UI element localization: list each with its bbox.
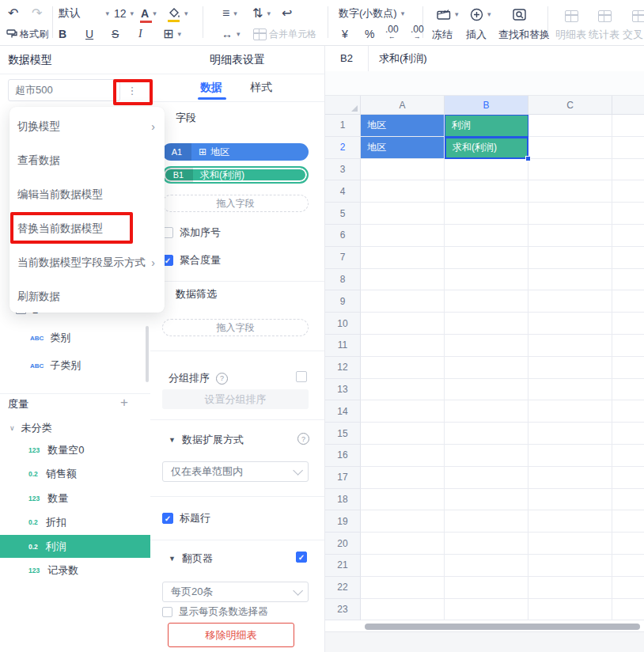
grid-cell[interactable] — [612, 400, 644, 423]
grid-cell[interactable] — [612, 335, 644, 357]
row-header-11[interactable]: 11 — [325, 335, 361, 357]
grid-cell[interactable] — [612, 445, 644, 467]
stats-table-label[interactable]: 统计表 — [589, 26, 619, 44]
grid-cell[interactable] — [361, 555, 445, 577]
grid-cell[interactable] — [445, 445, 528, 467]
page-size-select[interactable]: 每页20条 — [162, 582, 309, 602]
strikethrough-button[interactable]: S — [112, 25, 119, 43]
grid-cell[interactable] — [361, 290, 445, 313]
field-pill-region[interactable]: A1 ⊞地区 — [162, 143, 309, 161]
wrap-text-button[interactable]: ↩ — [282, 5, 292, 22]
grid-cell[interactable] — [528, 137, 612, 159]
grid-cell[interactable] — [612, 180, 644, 203]
grid-cell[interactable] — [361, 445, 445, 467]
bold-button[interactable]: B — [59, 25, 66, 43]
grid-cell[interactable] — [361, 599, 445, 621]
grid-cell[interactable] — [361, 357, 445, 379]
menu-item[interactable]: 当前数据模型字段显示方式› — [9, 245, 165, 279]
column-header-A[interactable]: A — [361, 96, 445, 115]
italic-button[interactable]: I — [138, 25, 142, 43]
grid-cell[interactable] — [612, 313, 644, 335]
grid-cell[interactable] — [445, 203, 528, 225]
grid-cell[interactable] — [445, 159, 528, 181]
row-header-19[interactable]: 19 — [325, 510, 361, 533]
grid-cell[interactable] — [528, 269, 612, 291]
grid-cell[interactable] — [361, 400, 445, 423]
merge-cells-button[interactable]: 合并单元格 — [253, 25, 316, 43]
find-replace-label[interactable]: 查找和替换 — [498, 26, 550, 44]
measure-item[interactable]: 0.2销售额 — [0, 463, 150, 486]
fill-color-button[interactable]: ▾ — [169, 5, 188, 22]
grid-cell[interactable] — [361, 247, 445, 269]
grid-cell[interactable] — [528, 423, 612, 445]
field-pill-profit[interactable]: B1 求和(利润) — [162, 166, 309, 184]
grid-cell[interactable] — [361, 510, 445, 533]
grid-cell[interactable] — [445, 533, 528, 555]
row-header-6[interactable]: 6 — [325, 225, 361, 247]
font-color-button[interactable]: A▾ — [141, 5, 157, 22]
grid-cell[interactable] — [445, 599, 528, 621]
freeze-label[interactable]: 冻结 — [432, 26, 453, 44]
horizontal-scrollbar[interactable] — [365, 624, 640, 630]
tab-style[interactable]: 样式 — [250, 81, 272, 95]
grid-cell[interactable] — [528, 357, 612, 379]
expand-section-header[interactable]: ▼ 数据扩展方式 — [169, 433, 244, 447]
grid-cell[interactable] — [361, 313, 445, 335]
cell-A1[interactable]: 地区 — [361, 115, 445, 137]
grid-cell[interactable] — [612, 269, 644, 291]
page-size-selector-checkbox[interactable] — [162, 607, 172, 617]
grid-cell[interactable] — [612, 577, 644, 599]
grid-cell[interactable] — [612, 159, 644, 181]
undo-button[interactable]: ↶ — [8, 5, 18, 22]
decrease-decimal-button[interactable]: .00← — [385, 24, 399, 41]
grid-cell[interactable] — [612, 423, 644, 445]
row-header-2[interactable]: 2 — [325, 137, 361, 159]
font-size-select[interactable]: 12▾ — [114, 5, 134, 22]
dimension-scrollbar[interactable] — [146, 326, 149, 382]
cross-table-label[interactable]: 交叉 — [623, 26, 643, 44]
select-all-corner[interactable] — [325, 96, 361, 115]
grid-cell[interactable] — [528, 510, 612, 533]
grid-cell[interactable] — [612, 599, 644, 621]
row-header-16[interactable]: 16 — [325, 445, 361, 467]
help-icon[interactable]: ? — [297, 433, 309, 445]
grid-cell[interactable] — [528, 225, 612, 247]
text-orientation-button[interactable]: ↔▾ — [222, 25, 241, 43]
cross-table-button[interactable] — [632, 7, 644, 25]
menu-item[interactable]: 刷新数据 — [9, 279, 165, 313]
redo-button[interactable]: ↷ — [32, 5, 42, 22]
cell-B1[interactable]: 利润 — [445, 115, 528, 137]
grid-cell[interactable] — [361, 269, 445, 291]
column-header-B[interactable]: B — [445, 96, 528, 115]
grid-cell[interactable] — [445, 510, 528, 533]
measure-item[interactable]: 0.2折扣 — [0, 511, 150, 534]
grid-cell[interactable] — [361, 577, 445, 599]
grid-cell[interactable] — [612, 533, 644, 555]
grid-cell[interactable] — [528, 247, 612, 269]
menu-item[interactable]: 切换模型› — [9, 109, 165, 143]
cell-B2[interactable]: 求和(利润) — [445, 137, 528, 159]
grid-cell[interactable] — [445, 423, 528, 445]
column-header-partial[interactable] — [612, 96, 644, 115]
grid-cell[interactable] — [612, 115, 644, 137]
grid-cell[interactable] — [528, 115, 612, 137]
grid-cell[interactable] — [361, 203, 445, 225]
grid-cell[interactable] — [528, 445, 612, 467]
grid-cell[interactable] — [445, 379, 528, 401]
measure-item-selected[interactable]: 0.2利润 — [0, 535, 150, 558]
grid-cell[interactable] — [361, 159, 445, 181]
grid-cell[interactable] — [361, 379, 445, 401]
row-header-23[interactable]: 23 — [325, 599, 361, 621]
row-header-20[interactable]: 20 — [325, 533, 361, 555]
grid-cell[interactable] — [612, 510, 644, 533]
grid-cell[interactable] — [445, 555, 528, 577]
group-sort-checkbox[interactable] — [296, 371, 307, 382]
grid-cell[interactable] — [528, 400, 612, 423]
drop-field-zone-1[interactable]: 拖入字段 — [162, 195, 309, 212]
grid-cell[interactable] — [612, 225, 644, 247]
grid-cell[interactable] — [612, 555, 644, 577]
measure-item[interactable]: 123记录数 — [0, 559, 150, 582]
grid-cell[interactable] — [612, 379, 644, 401]
borders-button[interactable]: ⊞▾ — [163, 25, 181, 43]
dimension-item[interactable]: ABC类别 — [30, 331, 70, 345]
